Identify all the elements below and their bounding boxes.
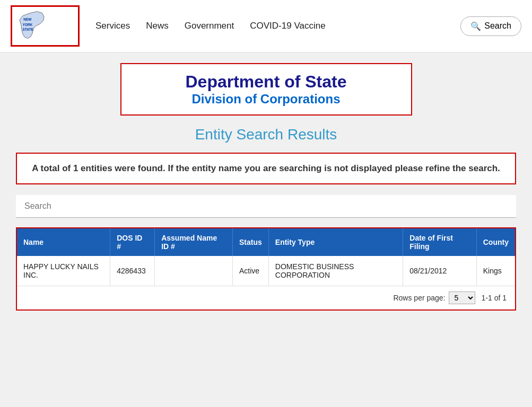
nav-government[interactable]: Government [185, 21, 234, 31]
cell-name: HAPPY LUCKY NAILS INC. [17, 256, 110, 286]
col-header-assumed-name-id: Assumed Name ID # [155, 228, 233, 256]
table-row: HAPPY LUCKY NAILS INC. 4286433 Active DO… [17, 256, 515, 286]
search-bar-container [16, 195, 516, 218]
rows-per-page-label: Rows per page: [393, 294, 445, 302]
cell-entity-type: DOMESTIC BUSINESS CORPORATION [268, 256, 403, 286]
rows-per-page-select[interactable]: 5 10 25 [449, 291, 475, 304]
dept-header-box: Department of State Division of Corporat… [120, 63, 412, 116]
svg-text:NEW: NEW [23, 17, 32, 21]
pagination-bar: Rows per page: 5 10 25 1-1 of 1 [17, 286, 515, 309]
col-header-entity-type: Entity Type [268, 228, 403, 256]
results-table-container: Name DOS ID # Assumed Name ID # Status E… [16, 227, 516, 311]
svg-text:YORK: YORK [23, 23, 33, 26]
cell-county: Kings [476, 256, 515, 286]
ny-map-icon: NEW YORK STATE [18, 10, 47, 42]
main-content: Department of State Division of Corporat… [0, 52, 532, 321]
nav-services[interactable]: Services [95, 21, 130, 31]
search-button[interactable]: 🔍 Search [460, 16, 521, 36]
ny-state-logo[interactable]: NEW YORK STATE [11, 5, 80, 47]
col-header-dos-id: DOS ID # [110, 228, 155, 256]
search-button-label: Search [484, 21, 511, 31]
rows-per-page-control: Rows per page: 5 10 25 [393, 291, 475, 304]
dept-subtitle: Division of Corporations [132, 92, 400, 107]
dept-title: Department of State [132, 72, 400, 92]
nav-news[interactable]: News [146, 21, 169, 31]
results-heading: Entity Search Results [16, 126, 516, 143]
table-header-row: Name DOS ID # Assumed Name ID # Status E… [17, 228, 515, 256]
col-header-status: Status [233, 228, 269, 256]
svg-text:STATE: STATE [23, 28, 34, 31]
col-header-name: Name [17, 228, 110, 256]
nav-covid[interactable]: COVID-19 Vaccine [250, 21, 325, 31]
site-header: NEW YORK STATE Services News Government … [0, 0, 532, 52]
cell-date: 08/21/2012 [403, 256, 476, 286]
results-table: Name DOS ID # Assumed Name ID # Status E… [17, 228, 515, 286]
col-header-county: County [476, 228, 515, 256]
notice-text: A total of 1 entities were found. If the… [28, 162, 504, 175]
page-info: 1-1 of 1 [482, 294, 507, 302]
cell-dos-id: 4286433 [110, 256, 155, 286]
notice-box: A total of 1 entities were found. If the… [16, 153, 516, 184]
col-header-date: Date of First Filing [403, 228, 476, 256]
cell-status: Active [233, 256, 269, 286]
main-nav: Services News Government COVID-19 Vaccin… [95, 16, 521, 36]
search-icon: 🔍 [470, 21, 481, 31]
cell-assumed-name-id [155, 256, 233, 286]
search-input[interactable] [24, 201, 508, 211]
